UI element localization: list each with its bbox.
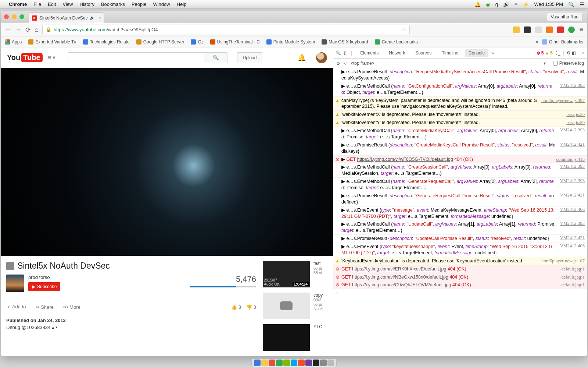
playlist-icon[interactable] xyxy=(6,262,14,270)
app-name[interactable]: Chrome xyxy=(9,1,27,7)
menu-people[interactable]: People xyxy=(132,1,146,7)
devtools-tab-elements[interactable]: Elements xyxy=(356,49,382,57)
notification-icon[interactable]: 🔔 xyxy=(474,1,481,7)
suggested-video[interactable]: YTC xyxy=(263,324,325,351)
bookmark-item[interactable]: Mac OS X keyboard xyxy=(322,39,368,45)
menu-history[interactable]: History xyxy=(79,1,94,7)
search-button[interactable]: 🔍 xyxy=(204,52,227,63)
extension-icon[interactable] xyxy=(546,26,553,33)
inspect-icon[interactable]: 🔍 xyxy=(336,50,341,56)
cast-icon[interactable] xyxy=(535,26,542,33)
dock-app-icon[interactable] xyxy=(261,360,268,366)
dock-app-icon[interactable] xyxy=(305,360,312,366)
extension-icon[interactable] xyxy=(513,26,520,33)
console-prompt[interactable]: › xyxy=(333,289,587,297)
other-bookmarks-button[interactable]: Other Bookmarks xyxy=(542,39,583,45)
filter-icon[interactable]: ▽ xyxy=(344,61,347,66)
menu-extras-icon[interactable]: ☰ xyxy=(580,1,584,7)
devtools-tab-timeline[interactable]: Timeline xyxy=(438,49,462,57)
extension-icon[interactable] xyxy=(557,26,564,33)
source-link[interactable]: base.js:50 xyxy=(566,120,585,126)
tab-close-icon[interactable]: × xyxy=(99,15,101,21)
bookmark-overflow-icon[interactable]: » xyxy=(536,39,538,45)
maximize-window-button[interactable] xyxy=(19,14,24,19)
wifi-icon[interactable]: ⌔ xyxy=(514,1,517,7)
address-bar[interactable]: 🔒 https://www.youtube.com/watch?v=tsO9Sq… xyxy=(42,25,410,35)
frame-selector[interactable]: <top frame> xyxy=(351,61,374,66)
menu-edit[interactable]: Edit xyxy=(48,1,56,7)
dock-trash-icon[interactable] xyxy=(327,360,334,366)
home-button[interactable]: ⌂ xyxy=(35,26,39,33)
devtools-tab-console[interactable]: Console xyxy=(465,49,488,57)
dislike-button[interactable]: 👎 3 xyxy=(246,304,256,310)
add-to-button[interactable]: ＋ Add to xyxy=(6,304,26,310)
devtools-tab-sources[interactable]: Sources xyxy=(412,49,435,57)
suggested-video[interactable]: copy 03/3 by pr No vi xyxy=(263,293,325,319)
menu-view[interactable]: View xyxy=(62,1,73,7)
preserve-log-checkbox[interactable]: Preserve log xyxy=(553,61,584,66)
back-button[interactable]: ← xyxy=(5,26,11,33)
dock-app-icon[interactable] xyxy=(320,360,327,366)
subscribe-button[interactable]: ▶ Subscribe xyxy=(28,282,60,291)
more-button[interactable]: ••• More xyxy=(63,304,80,310)
devtools-settings-icon[interactable]: ⚙ xyxy=(567,50,571,56)
apps-shortcut[interactable]: Apps xyxy=(5,39,22,45)
device-toggle-icon[interactable]: ▯ xyxy=(344,50,347,56)
devtools-tab-overflow[interactable]: » xyxy=(491,50,494,56)
dock-app-icon[interactable] xyxy=(283,360,290,366)
source-link[interactable]: default.jpg:1 xyxy=(561,266,585,272)
macos-dock[interactable] xyxy=(251,358,337,367)
source-link[interactable]: html5player-new.js:187 xyxy=(541,258,585,264)
bookmark-star-icon[interactable]: ☆ xyxy=(402,27,406,32)
youtube-logo[interactable]: YouTube xyxy=(7,53,43,62)
browser-tab[interactable]: ▶ Sintel5x NoAuth DevSec 🔉 × xyxy=(29,13,104,23)
close-window-button[interactable] xyxy=(4,14,9,19)
channel-name[interactable]: prod torso xyxy=(28,275,186,280)
error-count-icon[interactable]: ⊗ xyxy=(537,50,540,56)
dock-app-icon[interactable] xyxy=(298,360,305,366)
menu-bookmarks[interactable]: Bookmarks xyxy=(101,1,125,7)
menu-help[interactable]: Help xyxy=(177,1,187,7)
menu-file[interactable]: File xyxy=(33,1,41,7)
tab-audio-icon[interactable]: 🔉 xyxy=(90,15,95,20)
minimize-window-button[interactable] xyxy=(12,14,17,19)
volume-icon[interactable]: 🔊 xyxy=(503,1,509,7)
dock-app-icon[interactable] xyxy=(254,360,261,366)
status-icon[interactable]: ◉ xyxy=(486,1,490,7)
source-link[interactable]: default.jpg:1 xyxy=(561,282,585,288)
dock-app-icon[interactable] xyxy=(276,360,283,366)
chrome-menu-icon[interactable]: ≡ xyxy=(579,26,583,33)
account-avatar[interactable] xyxy=(316,52,327,63)
bookmark-item[interactable]: Oz xyxy=(191,39,203,45)
console-output[interactable]: ▶ e…s.PromiseResult {description: "Reque… xyxy=(333,68,587,356)
upload-button[interactable]: Upload xyxy=(237,52,262,63)
reload-button[interactable]: ⟳ xyxy=(25,26,31,34)
spotlight-icon[interactable]: 🔍 xyxy=(568,1,574,7)
dock-side-icon[interactable]: ◧ xyxy=(572,50,576,56)
source-link[interactable]: default.jpg:1 xyxy=(561,274,585,280)
warning-count-icon[interactable]: ▲ xyxy=(545,50,549,56)
source-link[interactable]: common.js:415 xyxy=(556,156,585,163)
share-button[interactable]: ↪ Share xyxy=(36,304,54,310)
drawer-toggle-icon[interactable]: ⟩_ xyxy=(556,50,560,56)
chrome-profile-button[interactable]: Vasantha Rao xyxy=(547,13,582,21)
battery-icon[interactable]: ⚡ xyxy=(523,1,529,7)
video-player[interactable] xyxy=(1,68,333,256)
source-link[interactable]: html5player-new.js:397 xyxy=(541,98,585,104)
devtools-tab-network[interactable]: Network xyxy=(385,49,409,57)
bookmark-item[interactable]: Exported Variable Tu xyxy=(28,39,76,45)
channel-avatar[interactable] xyxy=(6,275,24,292)
guide-toggle-icon[interactable]: ≡ ▾ xyxy=(48,54,56,61)
google-icon[interactable]: g xyxy=(495,1,498,7)
clock[interactable]: Wed 1:35 PM xyxy=(534,1,563,7)
extension-icon[interactable] xyxy=(568,26,575,33)
dock-app-icon[interactable] xyxy=(291,360,297,366)
frame-dropdown-icon[interactable]: ▾ xyxy=(544,61,546,66)
like-button[interactable]: 👍 8 xyxy=(231,304,241,310)
extension-icon[interactable] xyxy=(524,26,531,33)
search-input[interactable] xyxy=(68,52,204,63)
clear-console-icon[interactable]: ⊘ xyxy=(336,61,340,66)
dock-app-icon[interactable] xyxy=(313,360,319,366)
bookmark-item[interactable]: Technologies Relate xyxy=(83,39,130,45)
bookmark-item[interactable]: UsingTheTerminal - C xyxy=(210,39,260,45)
